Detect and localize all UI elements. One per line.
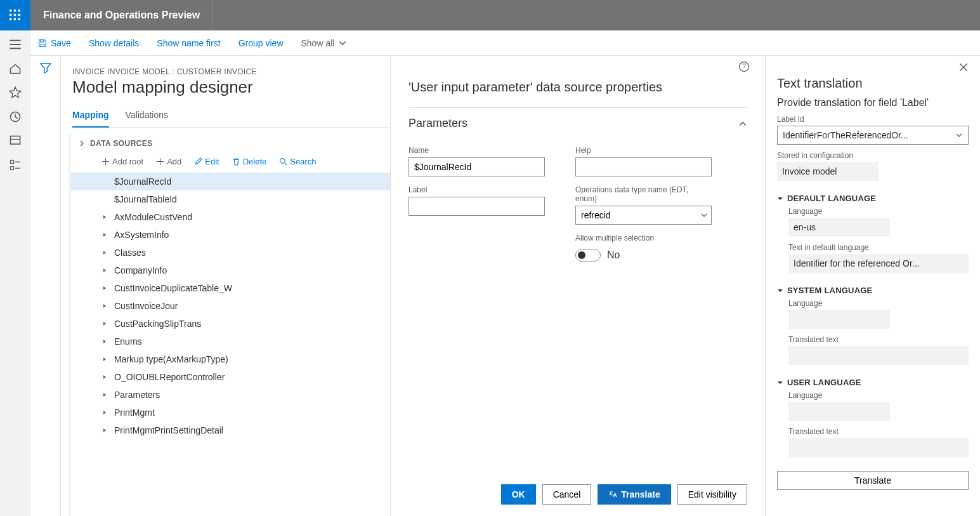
modules-icon[interactable] <box>9 159 22 171</box>
topbar-divider <box>212 0 213 30</box>
svg-rect-6 <box>10 18 11 20</box>
data-source-item[interactable]: $JournalTableId <box>71 190 390 208</box>
svg-rect-4 <box>14 14 16 16</box>
user-text-label: Translated text <box>788 427 969 436</box>
expand-icon <box>101 268 108 273</box>
svg-rect-10 <box>10 136 20 145</box>
data-source-item[interactable]: Classes <box>71 244 390 261</box>
svg-rect-5 <box>18 14 20 16</box>
data-source-label: $JournalRecId <box>114 176 171 187</box>
label-label: Label <box>408 185 545 194</box>
data-source-label: PrintMgmtPrintSettingDetail <box>114 425 223 435</box>
translate-panel-button[interactable]: Translate <box>777 471 969 490</box>
data-sources-header[interactable]: DATA SOURCES <box>71 134 390 153</box>
help-input[interactable] <box>575 157 712 176</box>
tab-mapping[interactable]: Mapping <box>72 106 109 128</box>
system-text-label: Translated text <box>788 335 969 344</box>
edit-button[interactable]: Edit <box>194 157 219 166</box>
data-source-item[interactable]: Markup type(AxMarkupType) <box>71 350 390 368</box>
translation-panel: Text translation Provide translation for… <box>766 56 980 516</box>
expand-icon <box>101 215 108 220</box>
show-details-button[interactable]: Show details <box>89 38 139 48</box>
translate-button[interactable]: Translate <box>598 484 670 505</box>
system-lang-section[interactable]: SYSTEM LANGUAGE <box>777 286 969 295</box>
data-source-label: Parameters <box>114 390 160 400</box>
expand-icon <box>101 286 108 291</box>
caret-down-icon <box>777 195 783 202</box>
cancel-button[interactable]: Cancel <box>542 484 592 505</box>
data-source-item[interactable]: PrintMgmtPrintSettingDetail <box>71 421 390 439</box>
svg-rect-12 <box>10 167 13 170</box>
left-nav-rail <box>0 30 30 516</box>
home-icon[interactable] <box>9 62 22 75</box>
storedin-label: Stored in configuration <box>777 151 969 160</box>
close-icon[interactable] <box>958 62 969 75</box>
delete-button[interactable]: Delete <box>232 157 267 166</box>
data-source-item[interactable]: CustPackingSlipTrans <box>71 315 390 333</box>
data-source-item[interactable]: $JournalRecId <box>71 173 390 190</box>
command-bar: Save Show details Show name first Group … <box>30 30 980 56</box>
allow-multi-label: Allow multiple selection <box>575 234 712 242</box>
add-button[interactable]: Add <box>156 157 181 166</box>
svg-rect-8 <box>18 18 20 20</box>
labelid-label: Label Id <box>777 115 969 124</box>
data-source-item[interactable]: CompanyInfo <box>71 261 390 279</box>
data-source-label: CustInvoiceJour <box>114 301 178 311</box>
expand-icon <box>101 339 108 344</box>
expand-icon <box>101 374 108 380</box>
allow-multi-toggle[interactable] <box>575 249 601 261</box>
edt-label: Operations data type name (EDT, enum) <box>575 185 712 203</box>
data-source-item[interactable]: O_OIOUBLReportController <box>71 368 390 386</box>
hamburger-icon[interactable] <box>9 38 22 51</box>
ok-button[interactable]: OK <box>501 484 536 505</box>
workspaces-icon[interactable] <box>9 135 22 147</box>
data-source-item[interactable]: Parameters <box>71 386 390 404</box>
recent-icon[interactable] <box>9 110 22 123</box>
expand-icon <box>101 428 108 433</box>
system-lang-label: Language <box>788 299 969 308</box>
show-name-first-button[interactable]: Show name first <box>157 38 220 48</box>
show-all-button[interactable]: Show all <box>301 38 348 48</box>
expand-icon <box>101 232 108 237</box>
data-source-label: CompanyInfo <box>114 265 167 275</box>
user-lang-value <box>788 402 890 421</box>
filter-icon[interactable] <box>40 62 51 516</box>
tabs: Mapping Validations <box>72 106 390 128</box>
search-button[interactable]: Search <box>279 157 316 166</box>
data-source-item[interactable]: AxModuleCustVend <box>71 208 390 226</box>
labelid-select[interactable]: IdentifierForTheReferencedOr... <box>777 126 969 145</box>
edit-visibility-button[interactable]: Edit visibility <box>677 484 747 505</box>
dialog-footer: OK Cancel Translate Edit visibility <box>391 475 765 516</box>
add-root-button[interactable]: Add root <box>101 157 143 166</box>
data-source-item[interactable]: CustInvoiceJour <box>71 297 390 315</box>
properties-dialog: ? 'User input parameter' data source pro… <box>391 56 766 516</box>
data-source-label: AxSystemInfo <box>114 230 169 240</box>
parameters-section-header[interactable]: Parameters <box>408 107 747 137</box>
data-source-item[interactable]: Enums <box>71 333 390 350</box>
app-launcher-button[interactable] <box>0 0 30 30</box>
caret-down-icon <box>777 288 783 294</box>
chevron-down-icon <box>955 131 963 139</box>
edt-input[interactable] <box>575 206 712 225</box>
data-source-label: $JournalTableId <box>114 194 177 204</box>
allow-multi-state: No <box>607 249 620 261</box>
name-input[interactable] <box>408 157 545 176</box>
user-text-value <box>788 438 969 457</box>
save-button[interactable]: Save <box>38 38 71 48</box>
data-source-item[interactable]: PrintMgmt <box>71 404 390 421</box>
group-view-button[interactable]: Group view <box>238 38 284 48</box>
default-lang-section[interactable]: DEFAULT LANGUAGE <box>777 194 969 203</box>
system-lang-value <box>788 310 890 329</box>
star-icon[interactable] <box>9 86 22 99</box>
data-source-label: Markup type(AxMarkupType) <box>114 354 228 364</box>
data-source-item[interactable]: AxSystemInfo <box>71 226 390 244</box>
filter-column <box>30 56 61 516</box>
save-label: Save <box>51 38 71 48</box>
expand-icon <box>101 250 108 255</box>
label-input[interactable] <box>408 197 545 216</box>
user-lang-section[interactable]: USER LANGUAGE <box>777 378 969 387</box>
tab-validations[interactable]: Validations <box>126 106 168 127</box>
data-source-item[interactable]: CustInvoiceDuplicateTable_W <box>71 279 390 297</box>
svg-rect-11 <box>10 161 13 164</box>
help-icon[interactable]: ? <box>738 61 750 75</box>
